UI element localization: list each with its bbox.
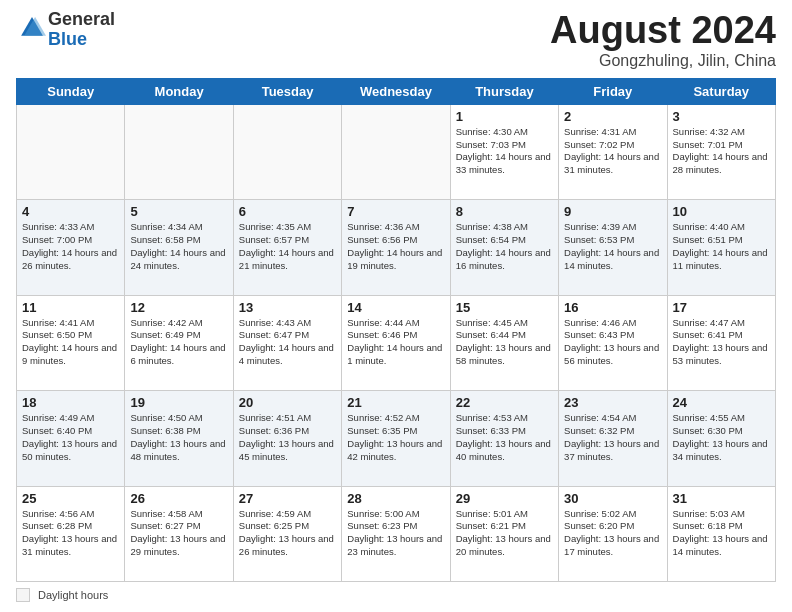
calendar-cell: 22Sunrise: 4:53 AM Sunset: 6:33 PM Dayli… [450,391,558,486]
day-number: 22 [456,395,553,410]
calendar-cell: 29Sunrise: 5:01 AM Sunset: 6:21 PM Dayli… [450,486,558,581]
calendar-week-row: 25Sunrise: 4:56 AM Sunset: 6:28 PM Dayli… [17,486,776,581]
day-info: Sunrise: 4:31 AM Sunset: 7:02 PM Dayligh… [564,126,661,177]
weekday-header: Thursday [450,78,558,104]
day-number: 17 [673,300,770,315]
day-number: 25 [22,491,119,506]
day-number: 6 [239,204,336,219]
day-number: 27 [239,491,336,506]
calendar-cell: 3Sunrise: 4:32 AM Sunset: 7:01 PM Daylig… [667,104,775,199]
calendar-cell: 6Sunrise: 4:35 AM Sunset: 6:57 PM Daylig… [233,200,341,295]
calendar-cell: 27Sunrise: 4:59 AM Sunset: 6:25 PM Dayli… [233,486,341,581]
day-number: 31 [673,491,770,506]
calendar-week-row: 4Sunrise: 4:33 AM Sunset: 7:00 PM Daylig… [17,200,776,295]
day-number: 20 [239,395,336,410]
legend-box [16,588,30,602]
day-info: Sunrise: 5:02 AM Sunset: 6:20 PM Dayligh… [564,508,661,559]
weekday-header: Monday [125,78,233,104]
day-info: Sunrise: 4:59 AM Sunset: 6:25 PM Dayligh… [239,508,336,559]
day-number: 28 [347,491,444,506]
calendar-cell: 21Sunrise: 4:52 AM Sunset: 6:35 PM Dayli… [342,391,450,486]
day-number: 4 [22,204,119,219]
day-info: Sunrise: 4:35 AM Sunset: 6:57 PM Dayligh… [239,221,336,272]
legend-label: Daylight hours [38,589,108,601]
calendar-cell: 20Sunrise: 4:51 AM Sunset: 6:36 PM Dayli… [233,391,341,486]
day-info: Sunrise: 4:41 AM Sunset: 6:50 PM Dayligh… [22,317,119,368]
day-number: 7 [347,204,444,219]
calendar-cell: 2Sunrise: 4:31 AM Sunset: 7:02 PM Daylig… [559,104,667,199]
day-number: 21 [347,395,444,410]
day-info: Sunrise: 4:54 AM Sunset: 6:32 PM Dayligh… [564,412,661,463]
day-number: 1 [456,109,553,124]
day-number: 30 [564,491,661,506]
day-info: Sunrise: 5:03 AM Sunset: 6:18 PM Dayligh… [673,508,770,559]
weekday-header: Wednesday [342,78,450,104]
calendar-cell: 26Sunrise: 4:58 AM Sunset: 6:27 PM Dayli… [125,486,233,581]
calendar-cell: 28Sunrise: 5:00 AM Sunset: 6:23 PM Dayli… [342,486,450,581]
day-number: 14 [347,300,444,315]
weekday-header: Tuesday [233,78,341,104]
day-number: 16 [564,300,661,315]
day-info: Sunrise: 4:32 AM Sunset: 7:01 PM Dayligh… [673,126,770,177]
day-number: 19 [130,395,227,410]
day-number: 26 [130,491,227,506]
weekday-header: Friday [559,78,667,104]
day-number: 2 [564,109,661,124]
header: General Blue August 2024 Gongzhuling, Ji… [16,10,776,70]
day-info: Sunrise: 4:43 AM Sunset: 6:47 PM Dayligh… [239,317,336,368]
calendar-cell: 23Sunrise: 4:54 AM Sunset: 6:32 PM Dayli… [559,391,667,486]
calendar-cell: 8Sunrise: 4:38 AM Sunset: 6:54 PM Daylig… [450,200,558,295]
calendar-week-row: 18Sunrise: 4:49 AM Sunset: 6:40 PM Dayli… [17,391,776,486]
weekday-header: Saturday [667,78,775,104]
calendar-cell: 24Sunrise: 4:55 AM Sunset: 6:30 PM Dayli… [667,391,775,486]
calendar-week-row: 1Sunrise: 4:30 AM Sunset: 7:03 PM Daylig… [17,104,776,199]
legend: Daylight hours [16,588,776,602]
calendar-cell [17,104,125,199]
calendar-cell [233,104,341,199]
logo-icon [18,14,46,42]
day-number: 11 [22,300,119,315]
day-info: Sunrise: 4:55 AM Sunset: 6:30 PM Dayligh… [673,412,770,463]
day-number: 9 [564,204,661,219]
day-info: Sunrise: 4:38 AM Sunset: 6:54 PM Dayligh… [456,221,553,272]
day-info: Sunrise: 4:53 AM Sunset: 6:33 PM Dayligh… [456,412,553,463]
calendar-cell: 10Sunrise: 4:40 AM Sunset: 6:51 PM Dayli… [667,200,775,295]
calendar-cell [125,104,233,199]
day-info: Sunrise: 4:45 AM Sunset: 6:44 PM Dayligh… [456,317,553,368]
calendar-cell: 17Sunrise: 4:47 AM Sunset: 6:41 PM Dayli… [667,295,775,390]
calendar-cell: 18Sunrise: 4:49 AM Sunset: 6:40 PM Dayli… [17,391,125,486]
title-block: August 2024 Gongzhuling, Jilin, China [550,10,776,70]
calendar-cell: 31Sunrise: 5:03 AM Sunset: 6:18 PM Dayli… [667,486,775,581]
calendar-cell: 25Sunrise: 4:56 AM Sunset: 6:28 PM Dayli… [17,486,125,581]
calendar-cell: 7Sunrise: 4:36 AM Sunset: 6:56 PM Daylig… [342,200,450,295]
day-number: 18 [22,395,119,410]
calendar-cell: 13Sunrise: 4:43 AM Sunset: 6:47 PM Dayli… [233,295,341,390]
day-number: 24 [673,395,770,410]
day-info: Sunrise: 5:00 AM Sunset: 6:23 PM Dayligh… [347,508,444,559]
day-info: Sunrise: 4:36 AM Sunset: 6:56 PM Dayligh… [347,221,444,272]
calendar-cell [342,104,450,199]
day-info: Sunrise: 4:58 AM Sunset: 6:27 PM Dayligh… [130,508,227,559]
calendar-cell: 5Sunrise: 4:34 AM Sunset: 6:58 PM Daylig… [125,200,233,295]
calendar-cell: 15Sunrise: 4:45 AM Sunset: 6:44 PM Dayli… [450,295,558,390]
calendar-cell: 16Sunrise: 4:46 AM Sunset: 6:43 PM Dayli… [559,295,667,390]
calendar-cell: 9Sunrise: 4:39 AM Sunset: 6:53 PM Daylig… [559,200,667,295]
calendar-cell: 30Sunrise: 5:02 AM Sunset: 6:20 PM Dayli… [559,486,667,581]
calendar-cell: 11Sunrise: 4:41 AM Sunset: 6:50 PM Dayli… [17,295,125,390]
month-title: August 2024 [550,10,776,52]
day-info: Sunrise: 4:33 AM Sunset: 7:00 PM Dayligh… [22,221,119,272]
day-number: 3 [673,109,770,124]
day-number: 5 [130,204,227,219]
day-number: 15 [456,300,553,315]
day-info: Sunrise: 4:51 AM Sunset: 6:36 PM Dayligh… [239,412,336,463]
day-number: 12 [130,300,227,315]
weekday-header: Sunday [17,78,125,104]
calendar-cell: 14Sunrise: 4:44 AM Sunset: 6:46 PM Dayli… [342,295,450,390]
day-info: Sunrise: 5:01 AM Sunset: 6:21 PM Dayligh… [456,508,553,559]
day-info: Sunrise: 4:47 AM Sunset: 6:41 PM Dayligh… [673,317,770,368]
calendar-table: SundayMondayTuesdayWednesdayThursdayFrid… [16,78,776,582]
day-info: Sunrise: 4:30 AM Sunset: 7:03 PM Dayligh… [456,126,553,177]
day-number: 29 [456,491,553,506]
day-info: Sunrise: 4:39 AM Sunset: 6:53 PM Dayligh… [564,221,661,272]
calendar-cell: 12Sunrise: 4:42 AM Sunset: 6:49 PM Dayli… [125,295,233,390]
